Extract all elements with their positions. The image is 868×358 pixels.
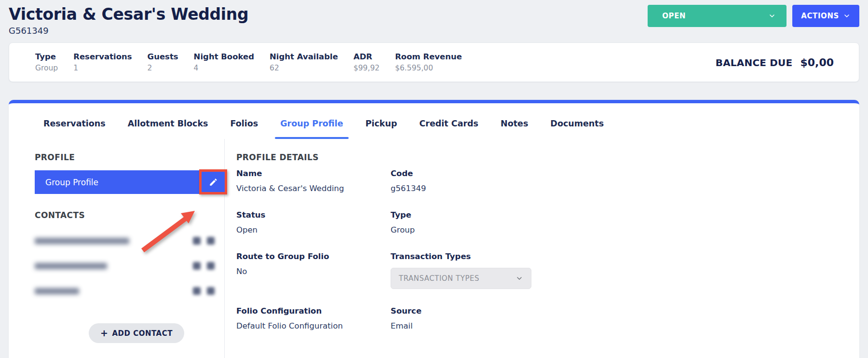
field-route-to-group-folio: Route to Group Folio No (236, 252, 391, 289)
plus-icon: + (100, 329, 108, 338)
field-value: Open (236, 225, 391, 234)
redacted-contact-name (35, 288, 79, 294)
tab-allotment-blocks[interactable]: Allotment Blocks (128, 119, 208, 139)
contact-row-actions (193, 237, 215, 245)
field-status: Status Open (236, 210, 391, 234)
sidebar-item-label: Group Profile (45, 178, 98, 187)
stat-value: 4 (194, 64, 254, 72)
stat-value: Group (35, 64, 58, 72)
stat-night-booked: Night Booked 4 (194, 52, 254, 72)
header-actions: OPEN ACTIONS (648, 5, 859, 27)
pencil-icon (209, 178, 218, 187)
stat-adr: ADR $99,92 (353, 52, 380, 72)
field-code: Code g561349 (391, 169, 859, 193)
field-value: Email (391, 321, 859, 330)
tab-reservations[interactable]: Reservations (43, 119, 106, 139)
tab-folios[interactable]: Folios (231, 119, 258, 139)
summary-bar: Type Group Reservations 1 Guests 2 Night… (9, 42, 859, 82)
transaction-types-dropdown[interactable]: TRANSACTION TYPES (391, 268, 531, 289)
stat-reservations: Reservations 1 (73, 52, 132, 72)
profile-details-heading: PROFILE DETAILS (236, 152, 859, 162)
contact-row-actions (193, 262, 215, 270)
field-value: No (236, 267, 391, 276)
field-label: Type (391, 210, 859, 220)
stat-guests: Guests 2 (148, 52, 178, 72)
chevron-down-icon (843, 12, 851, 20)
balance-due: BALANCE DUE $0,00 (716, 56, 834, 69)
balance-due-label: BALANCE DUE (716, 57, 793, 69)
stat-label: Guests (148, 52, 178, 61)
stat-label: Night Available (270, 52, 338, 61)
stat-label: Room Revenue (395, 52, 462, 61)
redacted-contact-name (35, 238, 129, 244)
field-label: Code (391, 169, 859, 178)
tab-bar: Reservations Allotment Blocks Folios Gro… (9, 103, 859, 139)
edit-profile-button[interactable] (199, 169, 227, 194)
edit-contact-icon[interactable] (193, 287, 201, 295)
page-header: Victoria & Cesar's Wedding G561349 OPEN … (0, 0, 868, 36)
profile-details-panel: PROFILE DETAILS Name Victoria & Cesar's … (225, 139, 859, 358)
field-value: Group (391, 225, 859, 234)
group-detail-card: Reservations Allotment Blocks Folios Gro… (9, 100, 859, 358)
stat-label: Reservations (73, 52, 132, 61)
stat-type: Type Group (35, 52, 58, 72)
stat-value: $99,92 (353, 64, 380, 72)
delete-contact-icon[interactable] (207, 262, 215, 270)
chevron-down-icon (768, 12, 776, 20)
field-label: Transaction Types (391, 252, 859, 261)
contact-row[interactable] (35, 254, 224, 278)
tab-credit-cards[interactable]: Credit Cards (419, 119, 478, 139)
summary-stats: Type Group Reservations 1 Guests 2 Night… (35, 52, 462, 72)
field-source: Source Email (391, 306, 859, 330)
stat-label: ADR (353, 52, 380, 61)
contact-row[interactable] (35, 279, 224, 303)
stat-label: Type (35, 52, 58, 61)
field-value: g561349 (391, 184, 859, 193)
actions-button-label: ACTIONS (801, 12, 839, 20)
field-name: Name Victoria & Cesar's Wedding (236, 169, 391, 193)
balance-due-value: $0,00 (800, 56, 834, 69)
redacted-contact-name (35, 263, 107, 269)
field-label: Name (236, 169, 391, 178)
delete-contact-icon[interactable] (207, 237, 215, 245)
add-contact-button[interactable]: + ADD CONTACT (89, 323, 184, 343)
transaction-types-dropdown-value: TRANSACTION TYPES (399, 274, 479, 283)
stat-value: $6.595,00 (395, 64, 462, 72)
stat-value: 2 (148, 64, 178, 72)
chevron-down-icon (515, 275, 523, 282)
tab-documents[interactable]: Documents (550, 119, 604, 139)
tab-notes[interactable]: Notes (501, 119, 528, 139)
stat-room-revenue: Room Revenue $6.595,00 (395, 52, 462, 72)
field-label: Folio Configuration (236, 306, 391, 316)
edit-contact-icon[interactable] (193, 262, 201, 270)
contacts-section-heading: CONTACTS (35, 210, 224, 220)
group-code: G561349 (9, 26, 859, 36)
stat-night-available: Night Available 62 (270, 52, 338, 72)
field-label: Route to Group Folio (236, 252, 391, 261)
stat-label: Night Booked (194, 52, 254, 61)
stat-value: 1 (73, 64, 132, 72)
stat-value: 62 (270, 64, 338, 72)
add-contact-label: ADD CONTACT (112, 329, 172, 338)
profile-sidebar: PROFILE Group Profile CONTACTS (9, 139, 225, 358)
contact-list (35, 229, 224, 303)
edit-contact-icon[interactable] (193, 237, 201, 245)
field-transaction-types: Transaction Types TRANSACTION TYPES (391, 252, 859, 289)
sidebar-item-group-profile[interactable]: Group Profile (35, 170, 224, 194)
field-value: Default Folio Configuration (236, 321, 391, 330)
tab-pickup[interactable]: Pickup (366, 119, 397, 139)
delete-contact-icon[interactable] (207, 287, 215, 295)
field-type: Type Group (391, 210, 859, 234)
profile-section-heading: PROFILE (35, 152, 224, 162)
contact-row[interactable] (35, 229, 224, 253)
field-label: Source (391, 306, 859, 316)
field-value: Victoria & Cesar's Wedding (236, 184, 391, 193)
tab-group-profile[interactable]: Group Profile (280, 119, 343, 139)
status-dropdown-button[interactable]: OPEN (648, 5, 787, 27)
field-label: Status (236, 210, 391, 220)
field-folio-configuration: Folio Configuration Default Folio Config… (236, 306, 391, 330)
status-dropdown-label: OPEN (662, 12, 686, 20)
actions-button[interactable]: ACTIONS (792, 5, 859, 27)
contact-row-actions (193, 287, 215, 295)
